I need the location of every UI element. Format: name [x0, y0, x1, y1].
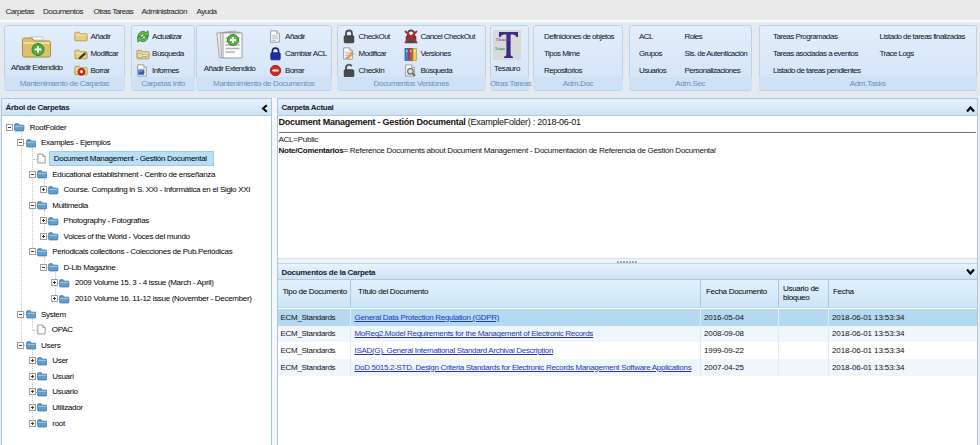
svg-text:Σοφια: Σοφια [495, 46, 505, 51]
svg-text:Filosofía: Filosofía [496, 37, 510, 42]
